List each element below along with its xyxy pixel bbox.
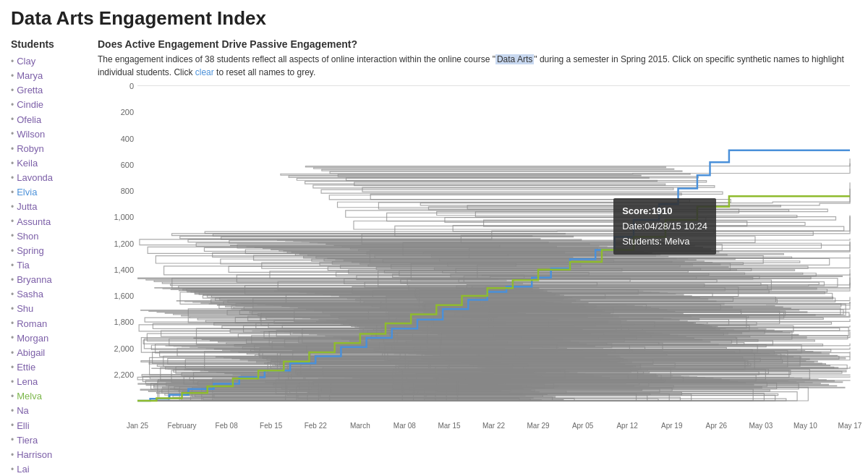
y-label: 1,800 [114, 318, 134, 326]
x-label: Jan 25 [127, 422, 148, 430]
list-item: Ettie [11, 360, 90, 375]
student-link[interactable]: Keila [17, 156, 38, 171]
y-label: 800 [121, 187, 134, 195]
list-item: Lai [11, 462, 90, 476]
x-label: Mar 15 [438, 422, 460, 430]
list-item: Elli [11, 419, 90, 433]
x-label: May 03 [749, 422, 773, 430]
student-link[interactable]: Shon [17, 229, 38, 244]
list-item: Melva [11, 389, 90, 404]
y-label: 1,200 [114, 239, 134, 248]
student-link[interactable]: Lai [17, 462, 29, 476]
y-label: 1,400 [114, 265, 134, 274]
y-label: 2,000 [114, 344, 134, 353]
x-label: Feb 08 [216, 422, 238, 430]
y-label: 0 [129, 82, 134, 90]
student-link[interactable]: Morgan [17, 331, 48, 346]
list-item: Marya [11, 69, 90, 83]
student-link[interactable]: Lavonda [17, 171, 53, 185]
x-label: Apr 12 [616, 422, 637, 430]
student-link[interactable]: Abigail [17, 346, 45, 360]
student-link[interactable]: Ettie [17, 360, 35, 375]
y-label: 1,000 [114, 213, 134, 221]
chart-container: 02004006008001,0001,2001,4001,6001,8002,… [98, 86, 857, 433]
y-axis: 02004006008001,0001,2001,4001,6001,8002,… [98, 86, 137, 401]
description-heading: Does Active Engagement Drive Passive Eng… [98, 38, 857, 50]
list-item: Wilson [11, 127, 90, 142]
list-item: Morgan [11, 331, 90, 346]
y-label: 1,600 [114, 292, 134, 300]
list-item: Lavonda [11, 171, 90, 185]
list-item: Tiera [11, 433, 90, 448]
y-label: 600 [121, 161, 134, 169]
x-label: March [350, 422, 370, 430]
chart-svg [137, 86, 850, 401]
student-link[interactable]: Roman [17, 317, 47, 331]
x-label: Mar 22 [482, 422, 505, 430]
list-item: Sasha [11, 287, 90, 302]
list-item: Robyn [11, 142, 90, 156]
student-link[interactable]: Spring [17, 244, 44, 258]
sidebar-heading: Students [11, 38, 90, 50]
x-axis: Jan 25FebruaryFeb 08Feb 15Feb 22MarchMar… [137, 401, 850, 433]
x-label: Apr 26 [706, 422, 727, 430]
x-label: May 17 [838, 422, 862, 430]
student-link[interactable]: Sasha [17, 287, 43, 302]
list-item: Tia [11, 258, 90, 273]
list-item: Ofelia [11, 113, 90, 127]
student-link[interactable]: Harrison [17, 448, 52, 462]
list-item: Clay [11, 54, 90, 69]
list-item: Na [11, 404, 90, 418]
student-link[interactable]: Marya [17, 69, 43, 83]
student-link[interactable]: Shu [17, 302, 33, 316]
student-link[interactable]: Gretta [17, 83, 43, 98]
x-label: Mar 29 [527, 422, 550, 430]
description-text: The engagement indices of 38 students re… [98, 53, 857, 79]
list-item: Keila [11, 156, 90, 171]
list-item: Bryanna [11, 273, 90, 287]
x-label: Feb 22 [305, 422, 327, 430]
student-link[interactable]: Tiera [17, 433, 38, 448]
list-item: Abigail [11, 346, 90, 360]
student-link[interactable]: Na [17, 404, 29, 418]
page-title: Data Arts Engagement Index [11, 7, 857, 30]
student-link[interactable]: Elvia [17, 185, 37, 200]
list-item: Elvia [11, 185, 90, 200]
desc-end: to reset all names to grey. [214, 67, 316, 77]
clear-link[interactable]: clear [195, 67, 214, 77]
student-list: ClayMaryaGrettaCindieOfeliaWilsonRobynKe… [11, 54, 90, 476]
list-item: Assunta [11, 215, 90, 229]
student-link[interactable]: Clay [17, 54, 35, 69]
y-label: 400 [121, 135, 134, 143]
y-label: 200 [121, 108, 134, 116]
list-item: Spring [11, 244, 90, 258]
student-link[interactable]: Lena [17, 375, 38, 389]
student-link[interactable]: Wilson [17, 127, 45, 142]
list-item: Lena [11, 375, 90, 389]
x-label: Feb 15 [260, 422, 282, 430]
student-link[interactable]: Jutta [17, 200, 37, 214]
list-item: Cindie [11, 98, 90, 112]
sidebar: Students ClayMaryaGrettaCindieOfeliaWils… [11, 38, 90, 476]
list-item: Harrison [11, 448, 90, 462]
student-link[interactable]: Bryanna [17, 273, 51, 287]
student-link[interactable]: Melva [17, 389, 42, 404]
x-label: Apr 05 [572, 422, 593, 430]
x-label: Mar 08 [393, 422, 416, 430]
desc-before: The engagement indices of 38 students re… [98, 54, 495, 64]
student-link[interactable]: Ofelia [17, 113, 41, 127]
y-label: 2,200 [114, 370, 134, 379]
student-link[interactable]: Tia [17, 258, 30, 273]
list-item: Gretta [11, 83, 90, 98]
list-item: Roman [11, 317, 90, 331]
student-link[interactable]: Assunta [17, 215, 51, 229]
chart-area [137, 86, 850, 401]
description: Does Active Engagement Drive Passive Eng… [98, 38, 857, 79]
student-link[interactable]: Cindie [17, 98, 43, 112]
student-link[interactable]: Robyn [17, 142, 44, 156]
student-link[interactable]: Elli [17, 419, 29, 433]
list-item: Shu [11, 302, 90, 316]
desc-highlight: Data Arts [495, 54, 534, 64]
x-label: February [168, 422, 197, 430]
main-content: Does Active Engagement Drive Passive Eng… [90, 38, 857, 476]
